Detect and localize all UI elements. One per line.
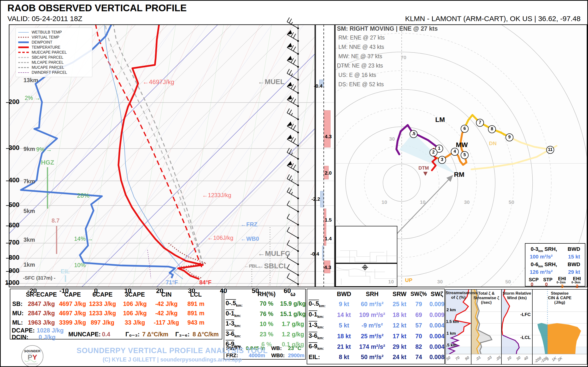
lapse-rate-label: 8.7 bbox=[52, 218, 60, 224]
pressure-tick: 800 bbox=[5, 254, 19, 261]
ehi3-label: EHI bbox=[573, 276, 581, 281]
mlcape-line-swatch bbox=[18, 62, 29, 63]
panel4-title: StepwiseCIN & CAPE(J/kg) bbox=[532, 291, 587, 305]
wb0-label: ←WB0 bbox=[241, 236, 259, 242]
ring-label: 10 bbox=[381, 200, 387, 205]
lapse36-label: Γ₃₋₆: bbox=[175, 331, 190, 337]
rh-value: 70 % bbox=[254, 301, 279, 307]
row-label: 1-3km: bbox=[309, 322, 333, 329]
bar-value: -0.4 bbox=[300, 251, 319, 256]
mean-wind-label: MW bbox=[456, 142, 468, 148]
srh-value: 25 m²/s² bbox=[355, 333, 389, 339]
dcape-label: DCAPE: bbox=[12, 327, 35, 334]
pressure-tick: 700 bbox=[5, 239, 19, 246]
height-marker: 7 bbox=[476, 119, 484, 127]
ml-lcl: 943 m bbox=[181, 320, 211, 325]
srh-value: 174 m²/s² bbox=[355, 344, 389, 350]
moisture-annotation: 28% bbox=[77, 192, 89, 199]
dewpoint-line-swatch bbox=[18, 42, 29, 43]
col-header: LCL bbox=[181, 292, 211, 298]
height-marker: 5 bbox=[461, 151, 468, 159]
row-label: 6-9km: bbox=[309, 343, 333, 350]
swz-value: 0.004 bbox=[427, 344, 447, 350]
legend-label: MUCAPE PARCEL bbox=[32, 65, 64, 70]
legend-label: TEMPERATURE bbox=[32, 45, 61, 50]
height-axis-label: 1.5 km bbox=[446, 320, 459, 324]
sbcape-line-swatch bbox=[18, 57, 29, 58]
ml-3cape: 33 J/kg bbox=[118, 320, 152, 325]
muncape-value: 0.4 bbox=[102, 331, 110, 337]
ring-label: 30 bbox=[437, 279, 443, 284]
mu-cape: 4697 J/kg bbox=[58, 310, 87, 316]
thermo-table: SR-ECAPE CAPE 6CAPE 3CAPE CIN LCL SB: 28… bbox=[10, 292, 222, 325]
legend-item: VIRTUAL TEMP bbox=[18, 35, 90, 40]
cape6-value-label: ←1233J/kg bbox=[202, 192, 231, 198]
moisture-annotation: 10% bbox=[74, 262, 86, 268]
legend-label: VIRTUAL TEMP bbox=[32, 35, 59, 40]
height-axis-label: 1 km bbox=[447, 331, 456, 335]
pressure-tick: 300 bbox=[5, 145, 19, 151]
valid-time: VALID: 05-24-2011 18Z bbox=[8, 15, 82, 22]
ml-cin: -117 J/kg bbox=[152, 320, 181, 325]
bwd-0-3-value: 15 kt bbox=[568, 254, 580, 259]
ring-label: 30 bbox=[389, 136, 395, 141]
mulfc-label: ←MULFC bbox=[258, 250, 290, 257]
srw-value: 25 kt bbox=[389, 301, 410, 307]
legend-item: MUECAPE PARCEL bbox=[18, 50, 90, 55]
moisture-annotation: 14% → bbox=[74, 236, 93, 242]
legend-label: MLCAPE PARCEL bbox=[32, 60, 64, 65]
bar-value: 2.0 bbox=[325, 170, 332, 175]
col-header: SRW bbox=[389, 291, 410, 297]
row-label: MU: bbox=[10, 310, 25, 316]
legend-label: WETBULB TEMP bbox=[32, 30, 62, 34]
row-label: 0-1km: bbox=[309, 311, 333, 319]
pressure-tick: 1000 bbox=[5, 280, 19, 286]
srw-value: 12 kt bbox=[389, 322, 410, 328]
bwd-header: BWD bbox=[568, 247, 580, 252]
height-marker: 8 bbox=[488, 125, 496, 133]
srh-row-label: 0-3km SRH, bbox=[531, 247, 557, 253]
swz-value: 0.008 bbox=[427, 354, 447, 360]
muncape-label: MUNCAPE: bbox=[68, 331, 101, 337]
surface-dewpoint-label: 71°F bbox=[166, 280, 178, 285]
swz-value: 0.009 bbox=[427, 301, 447, 307]
sb-6cape: 1233 J/kg bbox=[87, 301, 118, 307]
height-marker: 2 bbox=[430, 149, 437, 156]
height-label: 13km bbox=[24, 77, 38, 83]
sb-srecape: 2847 J/kg bbox=[25, 301, 58, 307]
dcin-label: DCIN: bbox=[12, 334, 28, 340]
legend-item: MLCAPE PARCEL bbox=[18, 60, 90, 65]
mu-lcl: 891 m bbox=[181, 310, 211, 316]
srh-value: 109 m²/s² bbox=[355, 312, 389, 318]
swzpct-value: 70 bbox=[410, 333, 427, 339]
advection-bar-column bbox=[316, 25, 335, 287]
cape3-value-label: ←106J/kg bbox=[208, 235, 233, 241]
surface-label: -SFC (317m) - bbox=[23, 275, 55, 280]
height-marker: 3 bbox=[438, 156, 446, 164]
scp-label: SCP bbox=[529, 277, 539, 282]
srw-value: 24 kt bbox=[389, 354, 410, 360]
lapse03-label: Γ₀₋₃: bbox=[125, 331, 139, 337]
srh-value: 60 m²/s² bbox=[355, 301, 389, 307]
lfc-marker-label: -LFC bbox=[516, 312, 531, 317]
moisture-annotation: 2% → bbox=[25, 95, 40, 101]
bar-value: 1.5 bbox=[325, 217, 332, 222]
lapse36-value: 8 Δ°C/km bbox=[193, 331, 219, 337]
swz-value: 0.004 bbox=[427, 333, 447, 339]
bwd-value: 18 kt bbox=[333, 333, 355, 339]
dcape-value: 1028 J/kg bbox=[37, 327, 64, 334]
logo-wordmark: SOUNDER bbox=[24, 350, 41, 353]
swzpct-value: 82 bbox=[410, 344, 427, 350]
panel3-title: Storm RelativeWind (kts) bbox=[502, 291, 532, 300]
height-marker: 9 bbox=[505, 133, 513, 141]
lapse03-value: 7 Δ°C/km bbox=[142, 331, 168, 337]
height-marker: 6 bbox=[461, 125, 468, 133]
dwndrft-line-swatch bbox=[18, 72, 29, 73]
srh-bwd-box: 0-3km SRH, BWD 100 m²/s² 15 kt 0-6km SRH… bbox=[525, 243, 585, 286]
height-label: 9km bbox=[24, 146, 35, 152]
srh-0-6-value: 126 m²/s² bbox=[530, 269, 553, 275]
srw-value: 17 kt bbox=[389, 333, 410, 339]
pressure-tick: 200 bbox=[5, 99, 19, 105]
col-header: SR-ECAPE bbox=[25, 292, 58, 298]
row-label: 3-6km: bbox=[226, 331, 254, 338]
